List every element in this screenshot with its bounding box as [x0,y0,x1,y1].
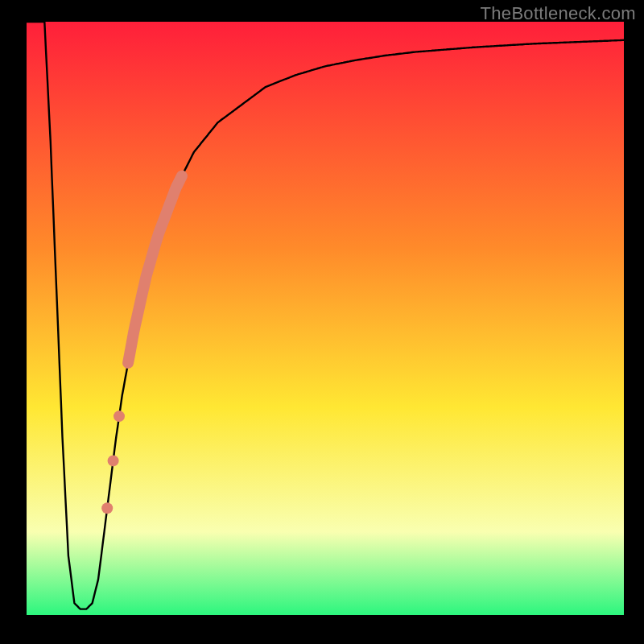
plot-background [27,22,624,615]
marker-dot [114,411,125,422]
marker-dot [108,455,119,466]
watermark-text: TheBottleneck.com [481,3,636,24]
marker-dot [101,502,113,514]
bottleneck-chart [0,0,644,644]
